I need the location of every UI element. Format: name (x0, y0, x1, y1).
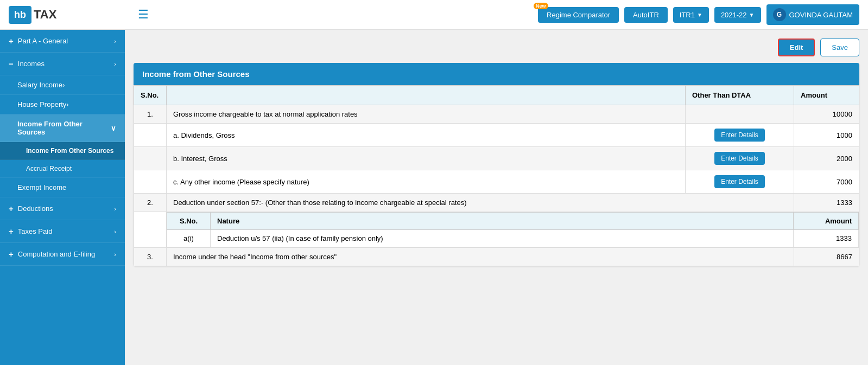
inner-table-sno-empty (134, 212, 167, 248)
inner-row-sno: a(i) (167, 230, 211, 247)
new-badge-wrapper: New Regime Comparator (538, 7, 619, 23)
sidebar-item-computation-efiling[interactable]: + Computation and E-filing › (0, 243, 125, 266)
logo-tax: TAX (34, 8, 56, 22)
plus-icon: + (9, 36, 14, 46)
col-amount: Amount (794, 86, 859, 105)
sidebar-item-salary-income-label: Salary Income (17, 81, 62, 89)
chevron-right-icon-comp: › (114, 251, 116, 258)
sidebar-item-accrual-receipt[interactable]: Accrual Receipt (0, 160, 125, 178)
rowb-amount: 2000 (794, 147, 859, 170)
col-other-than-dtaa: Other Than DTAA (686, 86, 794, 105)
row1-desc: Gross income chargeable to tax at normal… (167, 105, 686, 124)
sidebar-item-incomes-label: Incomes (18, 60, 45, 68)
sidebar-item-computation-efiling-label: Computation and E-filing (18, 250, 95, 258)
chevron-right-icon-salary: › (62, 81, 65, 89)
rowa-desc: a. Dividends, Gross (167, 124, 686, 147)
sidebar-item-accrual-receipt-label: Accrual Receipt (26, 165, 72, 172)
avatar: G (773, 8, 786, 21)
col-sno: S.No. (134, 86, 167, 105)
itr1-dropdown[interactable]: ITR1 ▼ (673, 7, 709, 23)
year-dropdown[interactable]: 2021-22 ▼ (714, 7, 761, 23)
table-row: 1. Gross income chargeable to tax at nor… (134, 105, 859, 124)
chevron-right-icon-house: › (66, 100, 68, 108)
chevron-right-icon: › (114, 38, 116, 44)
sidebar-item-income-other-sources-child-label: Income From Other Sources (26, 147, 113, 155)
sidebar-item-incomes[interactable]: − Incomes › (0, 53, 125, 75)
income-other-sources-card: Income from Other Sources S.No. Other Th… (134, 63, 859, 266)
sidebar: + Part A - General › − Incomes › Salary … (0, 30, 125, 365)
plus-icon-3: + (9, 204, 14, 213)
sidebar-item-income-other-sources-child[interactable]: Income From Other Sources (0, 142, 125, 160)
plus-icon-5: + (9, 249, 14, 259)
user-name: GOVINDA GAUTAM (789, 11, 853, 19)
row3-desc: Income under the head "Income from other… (167, 248, 794, 266)
header: hb TAX ☰ New Regime Comparator AutoITR I… (0, 0, 868, 30)
hamburger-icon[interactable]: ☰ (134, 5, 153, 24)
inner-row-nature: Deduction u/s 57 (iia) (In case of famil… (211, 230, 794, 247)
sidebar-item-part-a-general-label: Part A - General (18, 37, 68, 45)
sidebar-item-income-other-sources-parent[interactable]: Income From Other Sources ∨ (0, 114, 125, 142)
header-right: New Regime Comparator AutoITR ITR1 ▼ 202… (538, 4, 859, 25)
autoitr-button[interactable]: AutoITR (624, 7, 668, 23)
sidebar-item-exempt-income[interactable]: Exempt Income (0, 178, 125, 197)
sidebar-item-house-property-label: House Property (17, 100, 66, 108)
enter-details-other-button[interactable]: Enter Details (714, 175, 765, 188)
table-header-row: S.No. Other Than DTAA Amount (134, 86, 859, 105)
sidebar-item-salary-income[interactable]: Salary Income › (0, 75, 125, 95)
row1-dtaa (686, 105, 794, 124)
main-content: Edit Save Income from Other Sources S.No… (125, 30, 868, 365)
chevron-right-icon-deductions: › (114, 206, 116, 212)
table-row: c. Any other income (Please specify natu… (134, 170, 859, 194)
action-bar: Edit Save (134, 39, 859, 56)
row3-sno: 3. (134, 248, 167, 266)
table-row-inner: S.No. Nature Amount a(i) Deduction u/s 5… (134, 212, 859, 248)
sidebar-item-income-other-sources-parent-label: Income From Other Sources (17, 120, 111, 136)
logo-area: hb TAX (9, 6, 134, 24)
regime-comparator-button[interactable]: Regime Comparator (538, 7, 619, 23)
row3-amount: 8667 (794, 248, 859, 266)
year-label: 2021-22 (721, 11, 747, 19)
inner-table-row: a(i) Deduction u/s 57 (iia) (In case of … (167, 230, 859, 247)
col-description (167, 86, 686, 105)
rowa-amount: 1000 (794, 124, 859, 147)
sidebar-item-house-property[interactable]: House Property › (0, 95, 125, 114)
inner-table: S.No. Nature Amount a(i) Deduction u/s 5… (167, 212, 859, 247)
row1-amount: 10000 (794, 105, 859, 124)
sidebar-item-taxes-paid-label: Taxes Paid (18, 227, 53, 235)
rowc-sno (134, 170, 167, 194)
table-row: 3. Income under the head "Income from ot… (134, 248, 859, 266)
enter-details-dividends-button[interactable]: Enter Details (714, 129, 765, 142)
inner-col-nature: Nature (211, 213, 794, 230)
rowc-desc: c. Any other income (Please specify natu… (167, 170, 686, 194)
card-title: Income from Other Sources (134, 63, 859, 85)
rowa-dtaa: Enter Details (686, 124, 794, 147)
inner-col-amount: Amount (794, 213, 859, 230)
sidebar-item-exempt-income-label: Exempt Income (17, 183, 66, 191)
inner-col-sno: S.No. (167, 213, 211, 230)
sidebar-item-part-a-general[interactable]: + Part A - General › (0, 30, 125, 53)
logo-hb: hb (9, 6, 31, 24)
chevron-down-icon-ios: ∨ (111, 124, 116, 132)
table-row: a. Dividends, Gross Enter Details 1000 (134, 124, 859, 147)
plus-icon-2: − (9, 59, 14, 68)
rowa-sno (134, 124, 167, 147)
table-row: 2. Deduction under section 57:- (Other t… (134, 194, 859, 212)
row1-sno: 1. (134, 105, 167, 124)
plus-icon-4: + (9, 227, 14, 236)
row2-sno: 2. (134, 194, 167, 212)
sidebar-item-taxes-paid[interactable]: + Taxes Paid › (0, 220, 125, 243)
save-button[interactable]: Save (820, 39, 859, 56)
year-chevron-icon: ▼ (749, 12, 755, 18)
new-badge: New (534, 3, 548, 9)
table-row: b. Interest, Gross Enter Details 2000 (134, 147, 859, 170)
chevron-right-icon-taxes: › (114, 228, 116, 235)
inner-table-header-row: S.No. Nature Amount (167, 213, 859, 230)
rowb-sno (134, 147, 167, 170)
rowc-amount: 7000 (794, 170, 859, 194)
sidebar-item-deductions[interactable]: + Deductions › (0, 197, 125, 220)
enter-details-interest-button[interactable]: Enter Details (714, 152, 765, 165)
edit-button[interactable]: Edit (778, 39, 815, 56)
layout: + Part A - General › − Incomes › Salary … (0, 30, 868, 365)
sidebar-item-deductions-label: Deductions (18, 204, 53, 213)
user-menu-button[interactable]: G GOVINDA GAUTAM (766, 4, 860, 25)
